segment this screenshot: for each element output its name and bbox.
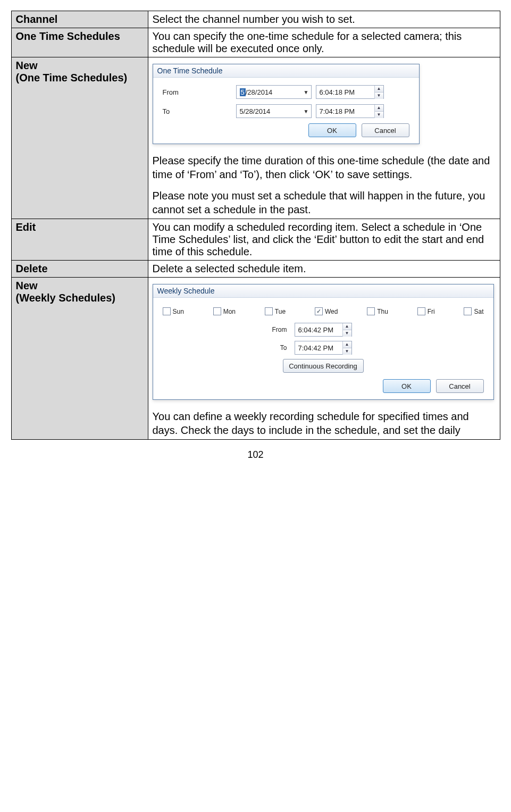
chevron-down-icon: ▼	[304, 89, 309, 95]
day-wed-label: Wed	[325, 308, 338, 315]
weekly-dialog: Weekly Schedule Sun Mon Tue ✓Wed Thu Fri…	[153, 284, 494, 400]
day-tue-label: Tue	[275, 308, 286, 315]
spinner-icon[interactable]: ▲▼	[374, 86, 383, 99]
row-channel-desc: Select the channel number you wish to se…	[148, 11, 500, 28]
checkbox-checked-icon[interactable]: ✓	[315, 307, 323, 315]
spinner-down-icon[interactable]: ▼	[343, 348, 351, 355]
onetime-dialog-title: One Time Schedule	[153, 64, 419, 78]
row-new-weekly-label-1: New	[16, 280, 38, 291]
day-mon[interactable]: Mon	[213, 307, 236, 315]
row-onetime-desc: You can specify the one-time schedule fo…	[148, 28, 500, 57]
spinner-down-icon[interactable]: ▼	[375, 93, 383, 99]
day-wed[interactable]: ✓Wed	[315, 307, 338, 315]
day-thu[interactable]: Thu	[367, 307, 388, 315]
day-fri-label: Fri	[428, 308, 435, 315]
spinner-up-icon[interactable]: ▲	[375, 86, 383, 93]
cancel-button[interactable]: Cancel	[436, 379, 484, 393]
row-delete-label: Delete	[11, 261, 148, 278]
onetime-to-time[interactable]: 7:04:18 PM ▲▼	[316, 104, 384, 118]
onetime-to-date-value: 5/28/2014	[240, 107, 271, 115]
checkbox-icon[interactable]	[163, 307, 171, 315]
row-new-weekly-label: New (Weekly Schedules)	[11, 278, 148, 440]
onetime-to-time-value: 7:04:18 PM	[320, 107, 355, 115]
onetime-to-label: To	[163, 107, 232, 115]
definitions-table: Channel Select the channel number you wi…	[11, 11, 500, 440]
ok-button[interactable]: OK	[383, 379, 431, 393]
row-edit-desc: You can modify a scheduled recording ite…	[148, 219, 500, 261]
spinner-up-icon[interactable]: ▲	[343, 341, 351, 348]
onetime-from-date[interactable]: 5/28/2014 ▼	[236, 85, 312, 99]
row-new-onetime-label-2: (One Time Schedules)	[16, 72, 128, 83]
onetime-from-time-value: 6:04:18 PM	[320, 88, 355, 96]
new-weekly-para1: You can define a weekly recording schedu…	[153, 409, 496, 437]
day-tue[interactable]: Tue	[265, 307, 286, 315]
weekly-from-time[interactable]: 6:04:42 PM ▲▼	[295, 323, 352, 337]
onetime-from-date-selected: 5	[240, 88, 246, 96]
continuous-recording-button[interactable]: Continuous Recording	[283, 359, 364, 373]
spinner-icon[interactable]: ▲▼	[342, 323, 351, 337]
spinner-down-icon[interactable]: ▼	[343, 330, 351, 337]
new-onetime-para1: Please specify the time duration of this…	[153, 154, 496, 181]
weekly-to-time-value: 7:04:42 PM	[298, 344, 334, 352]
page-number: 102	[11, 449, 500, 461]
checkbox-icon[interactable]	[367, 307, 375, 315]
row-new-onetime-content: One Time Schedule From 5/28/2014 ▼	[148, 57, 500, 219]
spinner-icon[interactable]: ▲▼	[374, 105, 383, 118]
day-sun[interactable]: Sun	[163, 307, 184, 315]
row-new-weekly-label-2: (Weekly Schedules)	[16, 292, 115, 304]
weekly-from-time-value: 6:04:42 PM	[298, 326, 334, 334]
day-thu-label: Thu	[377, 308, 388, 315]
onetime-dialog: One Time Schedule From 5/28/2014 ▼	[153, 64, 420, 144]
weekly-dialog-title: Weekly Schedule	[153, 284, 493, 298]
spinner-down-icon[interactable]: ▼	[375, 112, 383, 118]
spinner-up-icon[interactable]: ▲	[343, 323, 351, 330]
row-new-weekly-content: Weekly Schedule Sun Mon Tue ✓Wed Thu Fri…	[148, 278, 500, 440]
weekly-from-label: From	[191, 326, 287, 333]
row-channel-label: Channel	[11, 11, 148, 28]
checkbox-icon[interactable]	[464, 307, 472, 315]
day-sat[interactable]: Sat	[464, 307, 483, 315]
ok-button[interactable]: OK	[308, 123, 356, 137]
weekly-days-row: Sun Mon Tue ✓Wed Thu Fri Sat	[163, 307, 484, 315]
spinner-icon[interactable]: ▲▼	[342, 341, 351, 355]
checkbox-icon[interactable]	[265, 307, 273, 315]
onetime-from-label: From	[163, 88, 232, 96]
day-sun-label: Sun	[173, 308, 184, 315]
checkbox-icon[interactable]	[213, 307, 221, 315]
onetime-from-time[interactable]: 6:04:18 PM ▲▼	[316, 85, 384, 99]
row-edit-label: Edit	[11, 219, 148, 261]
day-sat-label: Sat	[474, 308, 483, 315]
row-onetime-label: One Time Schedules	[11, 28, 148, 57]
spinner-up-icon[interactable]: ▲	[375, 105, 383, 112]
new-onetime-para2: Please note you must set a schedule that…	[153, 189, 496, 216]
row-new-onetime-label: New (One Time Schedules)	[11, 57, 148, 219]
day-mon-label: Mon	[223, 308, 236, 315]
cancel-button[interactable]: Cancel	[362, 123, 409, 137]
weekly-to-label: To	[191, 344, 287, 351]
row-delete-desc: Delete a selected schedule item.	[148, 261, 500, 278]
weekly-to-time[interactable]: 7:04:42 PM ▲▼	[295, 341, 352, 355]
checkbox-icon[interactable]	[417, 307, 425, 315]
onetime-to-date[interactable]: 5/28/2014 ▼	[236, 104, 312, 118]
onetime-from-date-rest: /28/2014	[246, 88, 273, 96]
row-new-onetime-label-1: New	[16, 60, 38, 71]
chevron-down-icon: ▼	[304, 108, 309, 114]
day-fri[interactable]: Fri	[417, 307, 435, 315]
